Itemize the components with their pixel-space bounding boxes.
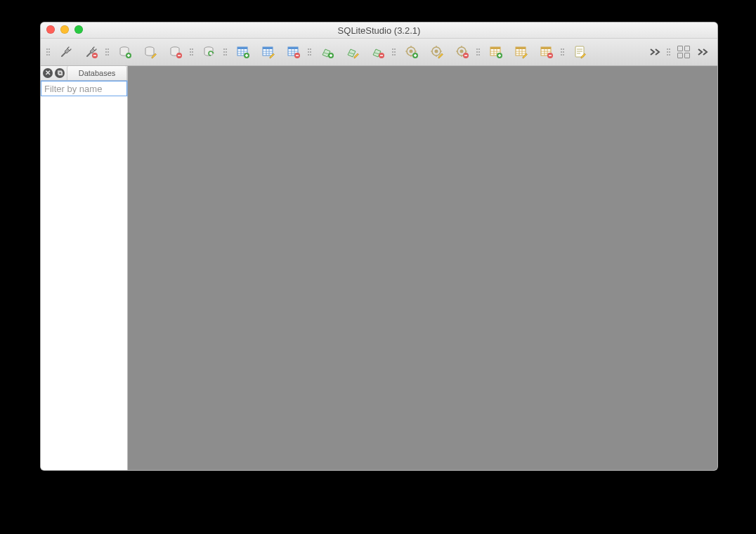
- disconnect-database-button[interactable]: [82, 42, 101, 62]
- toolbar-grip[interactable]: [105, 44, 110, 60]
- mdi-area: [128, 66, 717, 470]
- create-trigger-button[interactable]: [402, 42, 422, 62]
- index-add-icon: [320, 45, 334, 59]
- plug-disconnect-icon: [84, 45, 98, 59]
- svg-rect-26: [490, 47, 500, 49]
- trigger-remove-icon: [455, 45, 469, 59]
- edit-table-button[interactable]: [259, 42, 278, 62]
- create-index-button[interactable]: [318, 42, 337, 62]
- svg-rect-8: [237, 47, 247, 49]
- create-view-button[interactable]: [486, 42, 506, 62]
- toolbar-grip[interactable]: [190, 44, 194, 60]
- sql-editor-icon: [573, 45, 587, 59]
- delete-index-button[interactable]: [368, 42, 388, 62]
- create-table-button[interactable]: [233, 42, 253, 62]
- svg-point-18: [410, 50, 413, 53]
- edit-trigger-button[interactable]: [427, 42, 447, 62]
- toolbar-grip[interactable]: [46, 44, 51, 60]
- minimize-window-button[interactable]: [60, 25, 69, 34]
- plug-icon: [59, 45, 73, 59]
- window-title: SQLiteStudio (3.2.1): [338, 25, 421, 36]
- toolbar-overflow-button-2[interactable]: [695, 44, 712, 60]
- panel-tabbar: ✕ ⧉ Databases: [41, 66, 127, 81]
- refresh-database-button[interactable]: [200, 42, 219, 62]
- delete-table-button[interactable]: [284, 42, 304, 62]
- svg-rect-11: [263, 47, 273, 49]
- remove-database-button[interactable]: [166, 42, 185, 62]
- table-edit-icon: [261, 45, 275, 59]
- database-add-icon: [118, 45, 132, 59]
- titlebar: SQLiteStudio (3.2.1): [41, 22, 717, 39]
- main-toolbar: [41, 39, 717, 66]
- toolbar-grip[interactable]: [561, 44, 565, 60]
- chevron-double-right-icon: [649, 48, 662, 56]
- index-edit-icon: [346, 45, 360, 59]
- filter-row: [41, 81, 127, 96]
- edit-index-button[interactable]: [343, 42, 363, 62]
- svg-point-21: [435, 50, 438, 53]
- index-remove-icon: [371, 45, 385, 59]
- view-remove-icon: [540, 45, 554, 59]
- panel-undock-button[interactable]: ⧉: [55, 68, 65, 78]
- panel-close-button[interactable]: ✕: [43, 68, 53, 78]
- add-database-button[interactable]: [115, 42, 135, 62]
- view-edit-icon: [514, 45, 528, 59]
- close-window-button[interactable]: [46, 25, 55, 34]
- app-window: SQLiteStudio (3.2.1): [40, 22, 718, 471]
- svg-point-23: [460, 50, 464, 53]
- edit-view-button[interactable]: [511, 42, 531, 62]
- trigger-add-icon: [405, 45, 419, 59]
- connect-database-button[interactable]: [56, 42, 76, 62]
- grid-icon: [677, 46, 690, 58]
- app-body: ✕ ⧉ Databases: [41, 66, 717, 470]
- database-edit-icon: [143, 45, 157, 59]
- svg-rect-29: [516, 47, 526, 49]
- delete-trigger-button[interactable]: [452, 42, 472, 62]
- chevron-double-right-icon: [697, 48, 710, 56]
- delete-view-button[interactable]: [537, 42, 556, 62]
- databases-panel: ✕ ⧉ Databases: [41, 66, 128, 470]
- open-sql-editor-button[interactable]: [571, 42, 590, 62]
- zoom-window-button[interactable]: [74, 25, 83, 34]
- toolbar-grip[interactable]: [476, 44, 481, 60]
- database-refresh-icon: [202, 45, 216, 59]
- edit-database-button[interactable]: [141, 42, 160, 62]
- window-layout-button[interactable]: [675, 44, 692, 60]
- toolbar-grip[interactable]: [392, 44, 396, 60]
- table-remove-icon: [287, 45, 301, 59]
- svg-rect-13: [288, 47, 298, 49]
- view-add-icon: [489, 45, 503, 59]
- toolbar-grip[interactable]: [667, 44, 671, 60]
- filter-by-name-input[interactable]: [41, 81, 127, 96]
- panel-tab-databases[interactable]: Databases: [67, 66, 127, 80]
- table-add-icon: [236, 45, 250, 59]
- svg-rect-31: [541, 47, 551, 49]
- database-tree[interactable]: [41, 96, 127, 470]
- trigger-edit-icon: [430, 45, 444, 59]
- window-controls: [46, 25, 83, 34]
- toolbar-overflow-button[interactable]: [647, 44, 664, 60]
- toolbar-grip[interactable]: [308, 44, 312, 60]
- database-remove-icon: [169, 45, 183, 59]
- toolbar-grip[interactable]: [223, 44, 228, 60]
